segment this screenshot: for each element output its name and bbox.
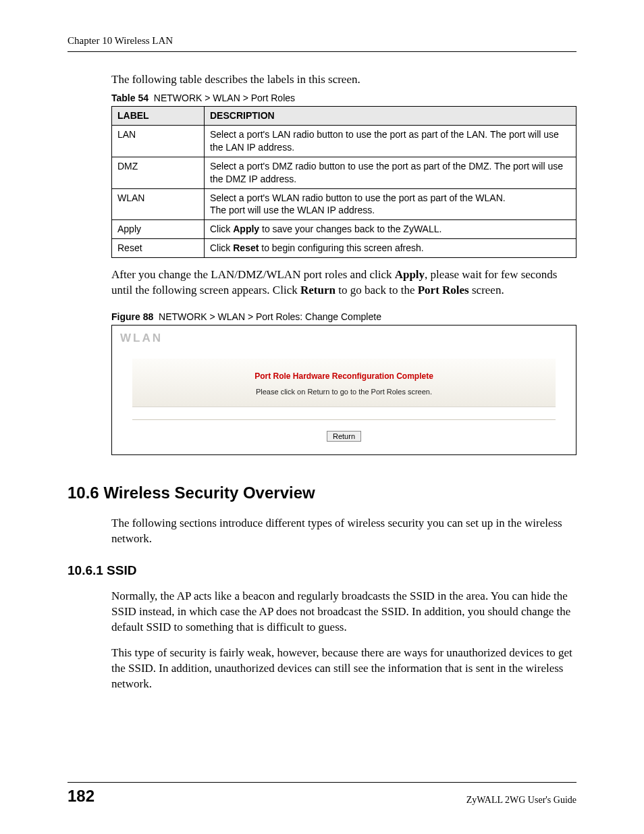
running-header: Chapter 10 Wireless LAN	[68, 34, 576, 47]
panel-title: WLAN	[112, 325, 576, 359]
cell-desc-line: Select a port's WLAN radio button to use…	[210, 192, 506, 203]
return-button[interactable]: Return	[327, 431, 361, 442]
table-row: DMZ Select a port's DMZ radio button to …	[112, 157, 576, 188]
text-bold: Apply	[395, 268, 425, 281]
text-run: screen.	[469, 284, 504, 296]
figure-caption-label: Figure 88	[111, 311, 153, 322]
section-10-6-1-para2: This type of security is fairly weak, ho…	[111, 646, 576, 692]
table-row: LAN Select a port's LAN radio button to …	[112, 125, 576, 157]
text-bold: Port Roles	[418, 284, 469, 296]
panel-divider	[132, 419, 556, 420]
th-description: DESCRIPTION	[205, 107, 576, 126]
cell-label: WLAN	[112, 188, 205, 220]
figure-caption: Figure 88 NETWORK > WLAN > Port Roles: C…	[111, 311, 576, 323]
guide-name: ZyWALL 2WG User's Guide	[466, 794, 576, 807]
cell-desc: Select a port's WLAN radio button to use…	[205, 188, 576, 220]
text-run: After you change the LAN/DMZ/WLAN port r…	[111, 268, 395, 281]
cell-desc-bold: Reset	[233, 242, 259, 253]
subsection-heading-10-6-1: 10.6.1 SSID	[68, 562, 576, 579]
text-bold: Return	[300, 284, 336, 296]
status-title: Port Role Hardware Reconfiguration Compl…	[139, 371, 549, 382]
port-roles-table: LABEL DESCRIPTION LAN Select a port's LA…	[111, 106, 576, 258]
section-heading-10-6: 10.6 Wireless Security Overview	[68, 482, 576, 504]
page-footer: 182 ZyWALL 2WG User's Guide	[68, 782, 576, 807]
cell-desc: Click Reset to begin configuring this sc…	[205, 239, 576, 258]
section-10-6-para: The following sections introduce differe…	[111, 516, 576, 547]
status-note: Please click on Return to go to the Port…	[139, 387, 549, 397]
cell-desc-part: to begin configuring this screen afresh.	[259, 242, 423, 253]
header-rule	[68, 51, 576, 52]
intro-text: The following table describes the labels…	[111, 72, 576, 88]
cell-desc-bold: Apply	[233, 224, 259, 234]
th-label: LABEL	[112, 107, 205, 126]
figure-screenshot: WLAN Port Role Hardware Reconfiguration …	[111, 325, 576, 455]
cell-label: DMZ	[112, 157, 205, 188]
cell-desc-part: to save your changes back to the ZyWALL.	[259, 224, 441, 234]
cell-desc-part: Click	[210, 242, 233, 253]
cell-label: Reset	[112, 239, 205, 258]
table-caption: Table 54 NETWORK > WLAN > Port Roles	[111, 92, 576, 105]
cell-desc: Select a port's LAN radio button to use …	[205, 125, 576, 157]
cell-desc-line: The port will use the WLAN IP address.	[210, 205, 375, 215]
table-caption-label: Table 54	[111, 93, 149, 103]
table-row: Reset Click Reset to begin configuring t…	[112, 239, 576, 258]
cell-desc: Click Apply to save your changes back to…	[205, 220, 576, 239]
cell-desc-part: Click	[210, 224, 233, 234]
after-table-paragraph: After you change the LAN/DMZ/WLAN port r…	[111, 267, 576, 298]
cell-label: Apply	[112, 220, 205, 239]
cell-label: LAN	[112, 125, 205, 157]
section-10-6-1-para1: Normally, the AP acts like a beacon and …	[111, 589, 576, 635]
figure-caption-text: NETWORK > WLAN > Port Roles: Change Comp…	[159, 311, 381, 322]
cell-desc: Select a port's DMZ radio button to use …	[205, 157, 576, 188]
table-row: Apply Click Apply to save your changes b…	[112, 220, 576, 239]
status-panel: Port Role Hardware Reconfiguration Compl…	[132, 359, 556, 407]
table-caption-text: NETWORK > WLAN > Port Roles	[154, 93, 295, 103]
table-row: WLAN Select a port's WLAN radio button t…	[112, 188, 576, 220]
page-number: 182	[68, 785, 95, 807]
text-run: to go back to the	[336, 284, 418, 296]
